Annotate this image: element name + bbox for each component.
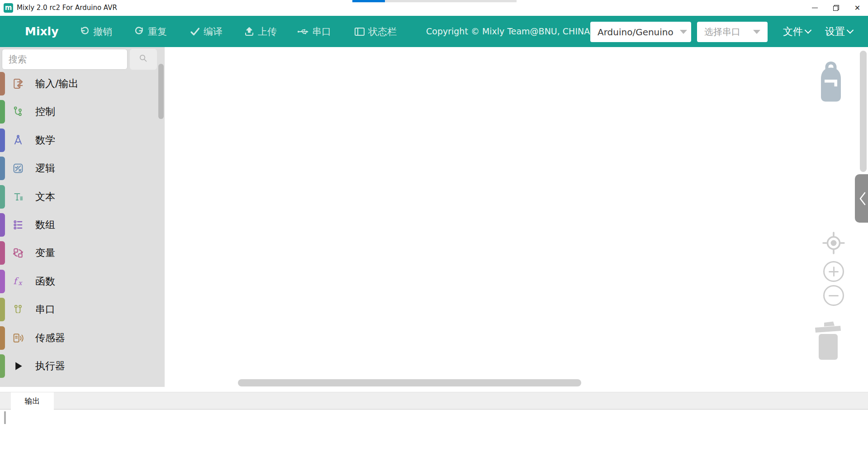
sidebar-item-variable[interactable]: 变量	[0, 239, 165, 267]
pins-icon	[12, 303, 24, 316]
output-caret	[4, 411, 6, 424]
sidebar-item-sensor[interactable]: 传感器	[0, 324, 165, 352]
category-color-bar	[0, 185, 5, 209]
main-toolbar: Mixly 撤销 重复 编译 上传 串口 状态栏 Copyright © Mix…	[0, 16, 868, 47]
category-label: 输入/输出	[35, 70, 78, 98]
swap-icon	[12, 247, 24, 259]
search-input[interactable]	[2, 49, 128, 70]
undo-label: 撤销	[93, 25, 112, 38]
serial-button[interactable]: 串口	[297, 16, 331, 47]
sidebar-item-serial[interactable]: 串口	[0, 295, 165, 324]
close-icon: ✕	[854, 5, 860, 12]
category-color-bar	[0, 270, 5, 293]
category-label: 逻辑	[35, 154, 55, 182]
settings-menu-label: 设置	[825, 25, 845, 38]
board-select-value: Arduino/Genuino	[598, 27, 674, 38]
statusbar-icon	[354, 27, 365, 37]
zoom-in-button[interactable]	[823, 261, 844, 282]
category-label: 执行器	[35, 352, 65, 380]
window-controls: ✕	[804, 0, 868, 16]
crosshair-icon[interactable]	[822, 231, 845, 257]
file-menu-label: 文件	[783, 25, 803, 38]
compile-button[interactable]: 编译	[190, 16, 223, 47]
sidebar-scrollbar-thumb[interactable]	[158, 64, 164, 119]
category-color-bar	[0, 213, 5, 237]
category-label: 文本	[35, 183, 55, 211]
category-color-bar	[0, 354, 5, 378]
redo-button[interactable]: 重复	[134, 16, 167, 47]
sensor-icon	[12, 332, 24, 344]
category-label: 数组	[35, 211, 55, 239]
restore-icon	[833, 5, 839, 11]
minimize-button[interactable]	[804, 0, 825, 16]
category-label: 串口	[35, 295, 55, 324]
title-bar: m Mixly 2.0 rc2 For Arduino AVR ✕	[0, 0, 868, 16]
compile-label: 编译	[204, 25, 223, 38]
restore-button[interactable]	[825, 0, 847, 16]
brand-logo: Mixly	[25, 16, 58, 47]
collapse-panel-handle[interactable]	[855, 174, 868, 223]
sidebar-item-io[interactable]: 输入/输出	[0, 70, 165, 98]
sidebar-item-actuator[interactable]: 执行器	[0, 352, 165, 380]
settings-menu[interactable]: 设置	[825, 16, 853, 47]
search-icon	[138, 53, 149, 66]
statusbar-button[interactable]: 状态栏	[354, 16, 397, 47]
search-button[interactable]	[130, 49, 157, 70]
close-button[interactable]: ✕	[847, 0, 868, 16]
flow-icon	[12, 105, 24, 118]
category-label: 数学	[35, 126, 55, 154]
chevron-down-icon	[805, 27, 812, 34]
fx-icon: fx	[12, 275, 24, 288]
sidebar-item-text[interactable]: 文本	[0, 183, 165, 211]
play-icon	[12, 360, 24, 372]
upload-label: 上传	[258, 25, 277, 38]
canvas-horizontal-scrollbar-thumb[interactable]	[238, 379, 581, 386]
category-label: 变量	[35, 239, 55, 267]
category-label: 函数	[35, 267, 55, 295]
sidebar-item-array[interactable]: 数组	[0, 211, 165, 239]
canvas-vertical-scrollbar-thumb[interactable]	[860, 51, 867, 172]
port-select[interactable]: 选择串口	[697, 22, 768, 42]
svg-text:x: x	[19, 279, 23, 286]
category-color-bar	[0, 298, 5, 321]
zoom-out-button[interactable]	[823, 285, 844, 306]
undo-button[interactable]: 撤销	[79, 16, 112, 47]
top-mini-scrollbar[interactable]	[352, 0, 517, 2]
board-select[interactable]: Arduino/Genuino	[590, 22, 691, 42]
sidebar-item-control[interactable]: 控制	[0, 98, 165, 126]
top-mini-scrollbar-thumb[interactable]	[352, 0, 385, 2]
sidebar-item-logic[interactable]: 逻辑	[0, 154, 165, 182]
compass-icon	[12, 134, 24, 147]
minus-icon	[829, 295, 839, 296]
category-label: 控制	[35, 98, 55, 126]
serial-label: 串口	[312, 25, 331, 38]
sidebar-item-function[interactable]: fx 函数	[0, 267, 165, 295]
blockly-workspace[interactable]	[165, 47, 868, 387]
mixly-logo-icon: m	[4, 3, 13, 13]
tab-output[interactable]: 输出	[11, 392, 54, 410]
redo-icon	[134, 26, 145, 37]
category-color-bar	[0, 326, 5, 350]
category-color-bar	[0, 241, 5, 265]
file-menu[interactable]: 文件	[783, 16, 811, 47]
logic-check-icon	[12, 162, 24, 175]
check-icon	[190, 26, 200, 37]
upload-button[interactable]: 上传	[244, 16, 277, 47]
category-color-bar	[0, 129, 5, 152]
chevron-down-icon	[680, 30, 687, 34]
backpack-icon[interactable]	[817, 61, 845, 105]
io-icon	[12, 77, 24, 90]
port-select-placeholder: 选择串口	[704, 26, 747, 38]
category-label: 传感器	[35, 324, 65, 352]
chevron-left-icon	[858, 191, 868, 207]
list-icon	[12, 219, 24, 231]
window-title: Mixly 2.0 rc2 For Arduino AVR	[17, 0, 117, 16]
output-console[interactable]	[0, 410, 868, 467]
mixly-window: m Mixly 2.0 rc2 For Arduino AVR ✕ Mixly …	[0, 0, 868, 467]
bottom-tabstrip: 输出	[0, 392, 868, 410]
block-category-sidebar: 输入/输出 控制 数学 逻辑 文本 数组	[0, 47, 165, 387]
trash-icon[interactable]	[812, 320, 843, 363]
category-color-bar	[0, 157, 5, 180]
chevron-down-icon	[847, 27, 854, 34]
sidebar-item-math[interactable]: 数学	[0, 126, 165, 154]
